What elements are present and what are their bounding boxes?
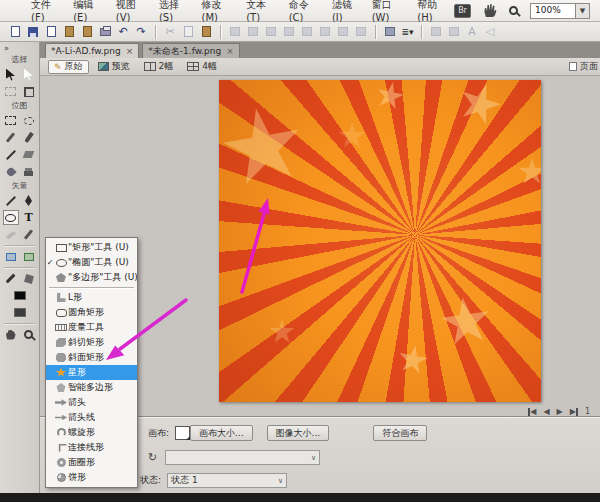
- redo-icon[interactable]: ↷: [134, 25, 148, 38]
- canvas-color-swatch[interactable]: [175, 426, 190, 440]
- pencil-tool-icon[interactable]: [3, 147, 19, 162]
- menu-text[interactable]: 文本(T): [239, 0, 281, 21]
- freeform-tool-icon[interactable]: [21, 227, 37, 242]
- select-behind-tool-icon[interactable]: [21, 67, 37, 82]
- close-icon[interactable]: ×: [126, 46, 134, 56]
- crop-tool-icon[interactable]: [21, 84, 37, 99]
- checkmark-icon: ✓: [46, 258, 54, 267]
- menu-item-smart-polygon[interactable]: 智能多边形: [46, 380, 137, 395]
- menu-view[interactable]: 视图(V): [109, 0, 152, 21]
- arrow-line-icon: [55, 414, 67, 422]
- export-options-icon[interactable]: ≣▾: [401, 26, 414, 37]
- brush-tool-icon[interactable]: [21, 130, 37, 145]
- canvas-sunburst-image[interactable]: [219, 80, 541, 402]
- menu-item-arrow[interactable]: 箭头: [46, 395, 137, 410]
- menu-window[interactable]: 窗口(W): [365, 0, 411, 21]
- pen-tool-icon[interactable]: [21, 193, 37, 208]
- four-up-view-button[interactable]: 4幅: [182, 60, 222, 74]
- menu-item-polygon-tool[interactable]: "多边形"工具 (U): [46, 270, 137, 285]
- hotspot-tool-icon[interactable]: [3, 249, 19, 264]
- annotation-arrow-canvas: [234, 192, 282, 300]
- scale-tool-icon: [3, 84, 19, 99]
- stroke-color-swatch[interactable]: [12, 288, 28, 303]
- chevron-down-icon: ∨: [311, 454, 316, 462]
- arrow-icon: [55, 399, 67, 407]
- panel-divider: [4, 245, 35, 246]
- print-icon[interactable]: [98, 25, 112, 38]
- pointer-tool-icon[interactable]: [3, 67, 19, 82]
- marquee-tool-icon[interactable]: [3, 113, 19, 128]
- menu-item-ellipse-tool[interactable]: ✓ "椭圆"工具 (U): [46, 255, 137, 270]
- rotate-icon: A: [465, 25, 479, 38]
- hand-pan-tool-icon[interactable]: [3, 327, 19, 342]
- hand-tool-icon[interactable]: [483, 4, 497, 17]
- ellipse-tool-icon[interactable]: [3, 210, 19, 225]
- menu-help[interactable]: 帮助(H): [410, 0, 454, 21]
- panel-expand-icon[interactable]: »: [0, 42, 39, 54]
- original-view-button[interactable]: ✎ 原始: [48, 60, 89, 74]
- new-document-icon[interactable]: [8, 25, 22, 38]
- image-size-button[interactable]: 图像大小...: [267, 425, 330, 441]
- last-state-icon[interactable]: ▶: [570, 407, 578, 416]
- menu-commands[interactable]: 命令(C): [282, 0, 325, 21]
- previous-state-icon[interactable]: ◀: [543, 407, 549, 416]
- tools-section-vector-label: 矢量: [0, 180, 39, 192]
- blur-tool-icon[interactable]: [3, 164, 19, 179]
- magnify-tool-icon[interactable]: [21, 327, 37, 342]
- line-tool-icon[interactable]: [3, 193, 19, 208]
- two-up-view-button[interactable]: 2幅: [139, 60, 179, 74]
- paste-icon[interactable]: [199, 25, 213, 38]
- menu-file[interactable]: 文件(F): [24, 0, 66, 21]
- fireworks-window: 文件(F) 编辑(E) 视图(V) 选择(S) 修改(M) 文本(T) 命令(C…: [0, 0, 600, 502]
- fill-color-swatch[interactable]: [12, 305, 28, 320]
- bring-front-icon: [300, 25, 314, 38]
- undo-icon[interactable]: ↶: [116, 25, 130, 38]
- paint-bucket-tool-icon[interactable]: [21, 271, 37, 286]
- fit-canvas-button[interactable]: 符合画布: [373, 425, 427, 441]
- text-tool-icon[interactable]: T: [21, 210, 37, 225]
- page-icon: [569, 62, 577, 71]
- bridge-badge-icon[interactable]: Br: [454, 4, 471, 18]
- chevron-down-icon[interactable]: ▼: [576, 3, 590, 19]
- canvas-size-button[interactable]: 画布大小...: [190, 425, 253, 441]
- tab-untitled-1[interactable]: *未命名-1.fw.png ×: [142, 43, 239, 58]
- state-dropdown[interactable]: 状态 1 ∨: [167, 473, 287, 488]
- style-icon[interactable]: [383, 25, 397, 38]
- rectangle-icon: [56, 244, 67, 252]
- lasso-tool-icon[interactable]: [21, 113, 37, 128]
- tab-a-li-ad[interactable]: *A-Li-AD.fw.png ×: [45, 43, 139, 58]
- export-icon[interactable]: [80, 25, 94, 38]
- open-icon[interactable]: [44, 25, 58, 38]
- menu-modify[interactable]: 修改(M): [195, 0, 240, 21]
- zoom-tool-icon[interactable]: [509, 6, 518, 15]
- save-icon[interactable]: [26, 25, 40, 38]
- magic-wand-tool-icon[interactable]: [3, 130, 19, 145]
- export-format-dropdown[interactable]: ∨: [165, 450, 320, 465]
- preview-view-button[interactable]: 预览: [93, 60, 135, 74]
- menu-filters[interactable]: 滤镜(I): [325, 0, 365, 21]
- pages-panel-label[interactable]: 页面: [569, 60, 600, 73]
- menu-item-connector-line[interactable]: 连接线形: [46, 440, 137, 455]
- menu-item-pie[interactable]: 饼形: [46, 470, 137, 485]
- first-state-icon[interactable]: ◀: [528, 407, 536, 416]
- menu-select[interactable]: 选择(S): [152, 0, 195, 21]
- menu-item-rectangle-tool[interactable]: "矩形"工具 (U): [46, 240, 137, 255]
- menu-item-arrow-line[interactable]: 箭头线: [46, 410, 137, 425]
- connector-icon: [56, 444, 67, 452]
- close-icon[interactable]: ×: [226, 46, 234, 56]
- zoom-level-select[interactable]: 100% ▼: [530, 3, 590, 19]
- next-state-icon[interactable]: ▶: [557, 407, 563, 416]
- pencil-icon: ✎: [54, 62, 62, 72]
- toolbar-divider: [421, 25, 422, 39]
- menu-item-spiral[interactable]: 螺旋形: [46, 425, 137, 440]
- eyedropper-tool-icon[interactable]: [3, 271, 19, 286]
- split-icon: [282, 25, 296, 38]
- stamp-tool-icon[interactable]: [21, 164, 37, 179]
- eraser-tool-icon[interactable]: [21, 147, 37, 162]
- menu-edit[interactable]: 编辑(E): [66, 0, 109, 21]
- tab-title: *A-Li-AD.fw.png: [51, 46, 121, 56]
- send-back-icon: [318, 25, 332, 38]
- import-icon[interactable]: [62, 25, 76, 38]
- slice-tool-icon[interactable]: [21, 249, 37, 264]
- menu-item-doughnut[interactable]: 面圈形: [46, 455, 137, 470]
